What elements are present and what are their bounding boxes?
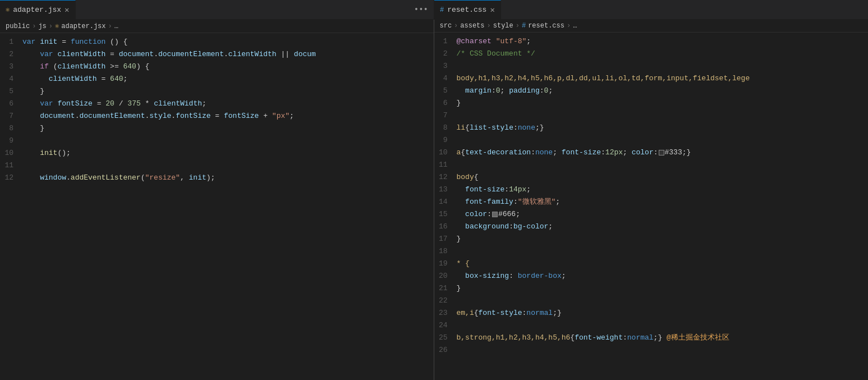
css-line-26: 26 bbox=[434, 344, 869, 356]
css-line-22: 22 bbox=[434, 295, 869, 307]
tab-reset-css[interactable]: # reset.css ✕ bbox=[434, 0, 501, 19]
tab-more-button[interactable]: ••• bbox=[408, 0, 434, 19]
css-line-23: 23 em,i{font-style:normal;} bbox=[434, 307, 869, 319]
css-line-19: 19 * { bbox=[434, 258, 869, 270]
tab-label: adapter.jsx bbox=[13, 6, 61, 14]
code-line-3: 3 if (clientWidth >= 640) { bbox=[0, 61, 434, 73]
css-line-8: 8 li{list-style:none;} bbox=[434, 122, 869, 134]
code-line-10: 10 init(); bbox=[0, 147, 434, 159]
css-line-3: 3 bbox=[434, 60, 869, 72]
css-line-17: 17 } bbox=[434, 233, 869, 245]
css-hash-icon: # bbox=[440, 6, 444, 14]
css-line-18: 18 bbox=[434, 245, 869, 258]
css-line-15: 15 color:#666; bbox=[434, 208, 869, 221]
left-breadcrumb: public › js › ⚛ adapter.jsx › … bbox=[0, 20, 434, 33]
css-line-1: 1 @charset "utf-8"; bbox=[434, 35, 869, 48]
css-line-5: 5 margin:0; padding:0; bbox=[434, 85, 869, 97]
jsx-file-icon: ⚛ bbox=[55, 22, 59, 30]
tab-label: reset.css bbox=[447, 6, 486, 14]
css-line-25: 25 b,strong,h1,h2,h3,h4,h5,h6{font-weigh… bbox=[434, 332, 869, 344]
code-line-6: 6 var fontSize = 20 / 375 * clientWidth; bbox=[0, 98, 434, 110]
code-line-4: 4 clientWidth = 640; bbox=[0, 73, 434, 85]
css-line-12: 12 body{ bbox=[434, 171, 869, 184]
right-code-area[interactable]: 1 @charset "utf-8"; 2 /* CSS Document */… bbox=[434, 33, 869, 380]
code-line-11: 11 bbox=[0, 159, 434, 172]
tab-close-icon[interactable]: ✕ bbox=[490, 6, 494, 14]
tab-close-icon[interactable]: ✕ bbox=[65, 6, 69, 14]
css-line-10: 10 a{text-decoration:none; font-size:12p… bbox=[434, 146, 869, 159]
css-line-7: 7 bbox=[434, 109, 869, 122]
css-line-6: 6 } bbox=[434, 97, 869, 109]
css-line-14: 14 font-family:"微软雅黑"; bbox=[434, 196, 869, 208]
css-line-16: 16 background:bg-color; bbox=[434, 221, 869, 233]
code-line-1: 1 var init = function () { bbox=[0, 36, 434, 48]
code-line-2: 2 var clientWidth = document.documentEle… bbox=[0, 48, 434, 61]
css-line-11: 11 bbox=[434, 159, 869, 171]
right-tab-section: # reset.css ✕ bbox=[434, 0, 868, 19]
tab-adapter-jsx[interactable]: ⚛ adapter.jsx ✕ bbox=[0, 0, 76, 19]
code-line-9: 9 bbox=[0, 135, 434, 147]
css-line-20: 20 box-sizing: border-box; bbox=[434, 270, 869, 282]
tab-bar: ⚛ adapter.jsx ✕ ••• # reset.css ✕ bbox=[0, 0, 868, 20]
code-line-7: 7 document.documentElement.style.fontSiz… bbox=[0, 110, 434, 122]
css-line-9: 9 bbox=[434, 134, 869, 146]
css-line-13: 13 font-size:14px; bbox=[434, 184, 869, 196]
code-line-8: 8 } bbox=[0, 122, 434, 135]
css-hash-icon: # bbox=[522, 22, 526, 30]
css-line-2: 2 /* CSS Document */ bbox=[434, 48, 869, 60]
code-line-5: 5 } bbox=[0, 85, 434, 98]
css-line-21: 21 } bbox=[434, 282, 869, 295]
jsx-icon: ⚛ bbox=[6, 6, 10, 14]
left-code-area[interactable]: 1 var init = function () { 2 var clientW… bbox=[0, 33, 434, 380]
right-breadcrumb: src › assets › style › # reset.css › … bbox=[434, 20, 869, 33]
left-editor-pane: public › js › ⚛ adapter.jsx › … 1 var in… bbox=[0, 20, 434, 380]
css-line-24: 24 bbox=[434, 319, 869, 332]
code-line-12: 12 window.addEventListener("resize", ini… bbox=[0, 172, 434, 184]
left-tab-section: ⚛ adapter.jsx ✕ ••• bbox=[0, 0, 434, 19]
css-line-4: 4 body,h1,h3,h2,h4,h5,h6,p,dl,dd,ul,li,o… bbox=[434, 72, 869, 85]
editors-container: public › js › ⚛ adapter.jsx › … 1 var in… bbox=[0, 20, 868, 380]
right-editor-pane: src › assets › style › # reset.css › … 1… bbox=[434, 20, 869, 380]
